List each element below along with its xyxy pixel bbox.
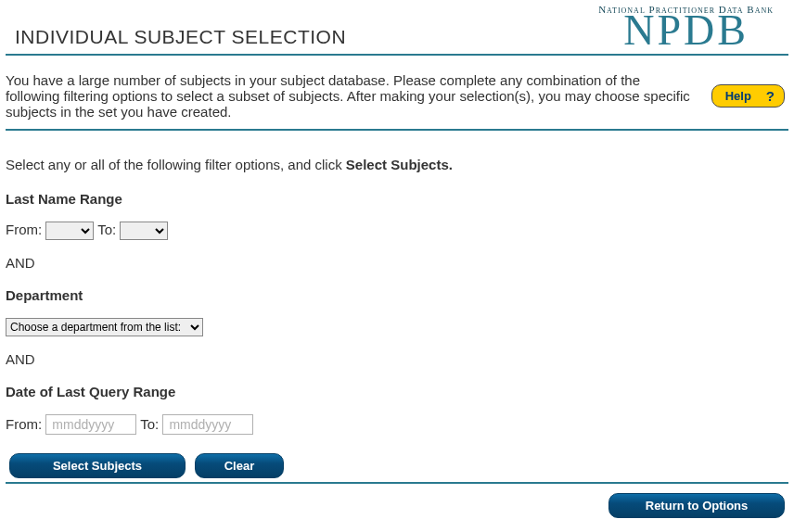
and-separator: AND bbox=[6, 255, 788, 271]
department-label: Department bbox=[6, 287, 788, 303]
lastname-to-label: To: bbox=[97, 222, 116, 237]
page-title: INDIVIDUAL SUBJECT SELECTION bbox=[15, 26, 346, 48]
lastquery-to-input[interactable] bbox=[162, 414, 253, 435]
lastquery-from-input[interactable] bbox=[45, 414, 136, 435]
lastquery-from-label: From: bbox=[6, 416, 42, 432]
brand-acronym: NPDB bbox=[598, 9, 774, 52]
instruction-prefix: Select any or all of the following filte… bbox=[6, 157, 346, 172]
lastname-range-row: From: To: bbox=[6, 222, 788, 240]
intro-text: You have a large number of subjects in y… bbox=[6, 72, 693, 120]
return-to-options-button[interactable]: Return to Options bbox=[608, 493, 785, 518]
help-label: Help bbox=[725, 89, 751, 103]
help-button[interactable]: Help ? bbox=[711, 84, 785, 108]
lastquery-range-row: From: To: bbox=[6, 414, 788, 435]
lastquery-to-label: To: bbox=[140, 416, 159, 432]
department-select[interactable]: Choose a department from the list: bbox=[6, 318, 203, 336]
and-separator: AND bbox=[6, 351, 788, 367]
clear-button[interactable]: Clear bbox=[195, 453, 284, 478]
select-subjects-button[interactable]: Select Subjects bbox=[9, 453, 186, 478]
lastname-from-label: From: bbox=[6, 222, 42, 237]
brand-logo: National Practitioner Data Bank NPDB bbox=[598, 4, 788, 52]
lastname-from-select[interactable] bbox=[45, 222, 94, 240]
lastquery-range-label: Date of Last Query Range bbox=[6, 384, 788, 399]
instruction-text: Select any or all of the following filte… bbox=[6, 157, 788, 172]
help-icon: ? bbox=[766, 88, 775, 104]
instruction-bold: Select Subjects. bbox=[346, 157, 453, 172]
lastname-range-label: Last Name Range bbox=[6, 191, 788, 207]
lastname-to-select[interactable] bbox=[120, 222, 168, 240]
